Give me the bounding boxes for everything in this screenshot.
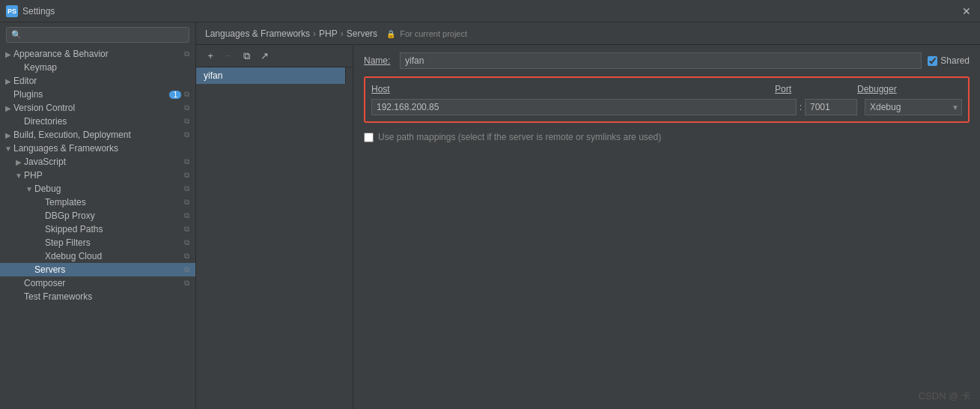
path-mapping-row: Use path mappings (select if the server …: [353, 126, 980, 148]
sidebar: 🔍 ▶ Appearance & Behavior ⧉ Keymap ▶ Edi…: [0, 22, 196, 409]
name-label: Name:: [364, 55, 394, 66]
search-icon: 🔍: [11, 30, 22, 40]
copy-icon: ⧉: [184, 225, 189, 234]
server-item-yifan[interactable]: yifan: [196, 67, 345, 84]
debugger-select-wrapper: Xdebug Zend Debugger ▼: [865, 99, 962, 115]
plugins-badge: 1: [169, 91, 181, 99]
server-toolbar: + − ⧉ ↗: [196, 45, 353, 67]
move-server-button[interactable]: ↗: [256, 48, 273, 64]
copy-icon: ⧉: [184, 184, 189, 193]
add-server-button[interactable]: +: [202, 48, 219, 64]
path-mapping-checkbox[interactable]: [364, 133, 374, 142]
copy-icon: ⧉: [184, 252, 189, 261]
sidebar-item-step-filters[interactable]: Step Filters ⧉: [0, 236, 195, 249]
copy-icon: ⧉: [184, 198, 189, 207]
sidebar-item-templates[interactable]: Templates ⧉: [0, 196, 195, 209]
breadcrumb-languages: Languages & Frameworks: [205, 28, 310, 39]
sidebar-item-dbgp-proxy[interactable]: DBGp Proxy ⧉: [0, 209, 195, 222]
arrow-icon: ▶: [3, 77, 13, 85]
arrow-icon: ▶: [3, 50, 13, 58]
sidebar-item-build[interactable]: ▶ Build, Execution, Deployment ⧉: [0, 128, 195, 142]
sidebar-item-languages[interactable]: ▼ Languages & Frameworks: [0, 142, 195, 155]
debugger-header: Debugger: [857, 84, 962, 94]
search-input[interactable]: [25, 31, 184, 40]
host-table: Host Port Debugger : Xdebug: [364, 76, 970, 123]
server-name-input[interactable]: [400, 52, 922, 69]
arrow-icon: ▼: [3, 145, 13, 153]
copy-icon: ⧉: [184, 157, 189, 166]
project-icon: 🔒: [386, 30, 395, 38]
content-area: Languages & Frameworks › PHP › Servers 🔒…: [196, 22, 980, 409]
sidebar-item-plugins[interactable]: Plugins 1 ⧉: [0, 88, 195, 101]
sidebar-item-javascript[interactable]: ▶ JavaScript ⧉: [0, 155, 195, 169]
sidebar-item-editor[interactable]: ▶ Editor: [0, 74, 195, 88]
breadcrumb-php: PHP: [319, 28, 338, 39]
copy-icon: ⧉: [184, 130, 189, 139]
arrow-icon: ▶: [3, 104, 13, 112]
host-input[interactable]: [371, 99, 797, 115]
arrow-icon: ▶: [13, 158, 24, 166]
port-header: Port: [775, 84, 835, 94]
watermark: CSDN @.卡: [919, 390, 971, 403]
host-table-headers: Host Port Debugger: [371, 84, 962, 94]
arrow-icon: ▶: [3, 131, 13, 139]
breadcrumb-servers: Servers: [347, 28, 377, 39]
sidebar-item-debug[interactable]: ▼ Debug ⧉: [0, 182, 195, 196]
for-project-label: 🔒 For current project: [386, 29, 467, 38]
sidebar-item-php[interactable]: ▼ PHP ⧉: [0, 169, 195, 182]
copy-server-button[interactable]: ⧉: [238, 48, 255, 64]
copy-icon: ⧉: [184, 265, 189, 274]
title-bar-text: Settings: [22, 6, 959, 16]
close-button[interactable]: ✕: [959, 4, 974, 19]
shared-label: Shared: [940, 55, 970, 66]
sidebar-item-composer[interactable]: Composer ⧉: [0, 276, 195, 290]
port-colon: :: [800, 102, 802, 112]
host-data-row: : Xdebug Zend Debugger ▼: [371, 99, 962, 115]
sidebar-item-test-frameworks[interactable]: Test Frameworks: [0, 290, 195, 303]
shared-section: Shared: [928, 55, 970, 66]
app-icon: PS: [6, 5, 18, 17]
arrow-icon: ▼: [24, 185, 34, 193]
breadcrumb-bar: Languages & Frameworks › PHP › Servers 🔒…: [196, 22, 980, 45]
sidebar-item-appearance[interactable]: ▶ Appearance & Behavior ⧉: [0, 47, 195, 61]
breadcrumb-sep-2: ›: [341, 28, 344, 39]
sidebar-item-directories[interactable]: Directories ⧉: [0, 115, 195, 128]
copy-icon: ⧉: [184, 238, 189, 247]
shared-checkbox[interactable]: [928, 56, 937, 66]
copy-icon: ⧉: [184, 171, 189, 180]
sidebar-item-skipped-paths[interactable]: Skipped Paths ⧉: [0, 222, 195, 236]
main-container: 🔍 ▶ Appearance & Behavior ⧉ Keymap ▶ Edi…: [0, 22, 980, 409]
sidebar-item-version-control[interactable]: ▶ Version Control ⧉: [0, 101, 195, 115]
title-bar: PS Settings ✕: [0, 0, 980, 22]
name-field-row: Name:: [364, 52, 922, 69]
search-box[interactable]: 🔍: [6, 27, 189, 43]
arrow-icon: ▼: [13, 172, 24, 180]
copy-icon: ⧉: [184, 90, 189, 99]
copy-icon: ⧉: [184, 117, 189, 126]
port-input[interactable]: [805, 99, 857, 115]
sidebar-item-xdebug-cloud[interactable]: Xdebug Cloud ⧉: [0, 249, 195, 263]
sidebar-item-keymap[interactable]: Keymap: [0, 61, 195, 74]
sidebar-item-servers[interactable]: Servers ⧉: [0, 263, 195, 276]
path-mapping-label: Use path mappings (select if the server …: [378, 132, 661, 142]
copy-icon: ⧉: [184, 211, 189, 220]
copy-icon: ⧉: [184, 103, 189, 112]
debugger-select[interactable]: Xdebug Zend Debugger: [865, 99, 962, 115]
breadcrumb-sep-1: ›: [313, 28, 316, 39]
server-list: yifan: [196, 67, 346, 84]
copy-icon: ⧉: [184, 279, 189, 288]
remove-server-button[interactable]: −: [220, 48, 237, 64]
host-header: Host: [371, 84, 760, 94]
copy-icon: ⧉: [184, 49, 189, 58]
